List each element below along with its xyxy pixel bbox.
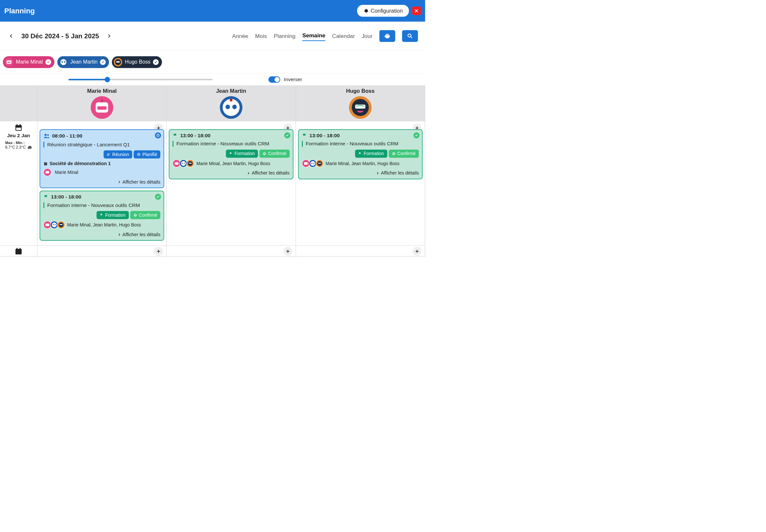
svg-point-0 [408, 34, 411, 37]
event-card-formation-marie[interactable]: 13:00 - 18:00 Formation interne - Nouvea… [40, 191, 164, 241]
view-annee[interactable]: Année [232, 31, 248, 41]
badge-type: Formation [226, 150, 258, 158]
chevron-right-icon [107, 32, 111, 40]
svg-point-65 [310, 161, 315, 166]
view-planning[interactable]: Planning [273, 31, 295, 41]
svg-rect-40 [45, 171, 49, 174]
invert-toggle[interactable] [268, 76, 280, 83]
badge-row: Réunion Planifié [43, 150, 160, 158]
zoom-slider[interactable] [68, 79, 213, 80]
svg-point-14 [101, 100, 103, 102]
event-time: 08:00 - 11:00 [52, 133, 82, 139]
event-card-meeting[interactable]: 08:00 - 11:00 Réunion stratégique - Lanc… [40, 129, 164, 188]
flag-icon [43, 194, 49, 200]
attendee-names: Marie Minal, Jean Martin, Hugo Boss [67, 222, 141, 227]
svg-rect-25 [17, 124, 18, 126]
view-jour[interactable]: Jour [361, 31, 372, 41]
svg-rect-73 [19, 248, 20, 249]
day-cell-label-next [0, 246, 37, 257]
card-header: 13:00 - 18:00 [302, 133, 419, 139]
slider-thumb[interactable] [104, 77, 110, 82]
svg-point-17 [225, 105, 230, 109]
column-header-marie: Marie Minal [37, 85, 166, 121]
flag-small-icon [100, 213, 103, 217]
svg-rect-36 [46, 163, 47, 163]
next-week-button[interactable] [105, 32, 113, 40]
view-mois[interactable]: Mois [255, 31, 267, 41]
toggle-thumb [274, 77, 280, 82]
day-cell-hugo: 13:00 - 18:00 Formation interne - Nouvea… [296, 121, 425, 246]
plus-icon [285, 249, 290, 254]
svg-rect-43 [45, 224, 49, 226]
svg-rect-24 [16, 125, 22, 127]
svg-point-45 [52, 223, 56, 227]
header-actions: Configuration [357, 5, 421, 17]
building-icon [43, 162, 48, 166]
svg-rect-63 [304, 162, 308, 165]
add-event-button[interactable] [413, 247, 422, 256]
badge-status: Confirmé [130, 211, 160, 219]
add-event-button[interactable] [283, 247, 292, 256]
check-circle-small-icon [133, 213, 137, 217]
weather: Max :6.7°C Min :2.3°C [5, 140, 32, 150]
svg-rect-34 [44, 162, 47, 165]
flag-icon [173, 133, 178, 139]
slider-fill [68, 79, 107, 80]
weather-min-val: 2.3°C [16, 145, 26, 150]
view-switcher: Année Mois Planning Semaine Calendar Jou… [232, 30, 418, 42]
chevron-right-small-icon [117, 233, 121, 236]
svg-rect-72 [17, 248, 18, 249]
search-button[interactable] [402, 30, 418, 42]
day-cell-label: Jeu 2 Jan Max :6.7°C Min :2.3°C [0, 121, 37, 246]
filter-chip-hugo[interactable]: Hugo Boss [112, 56, 162, 68]
status-confirmed-icon [414, 132, 420, 139]
filter-chip-marie[interactable]: Marie Minal [3, 56, 55, 68]
avatar-mini-icon [57, 221, 65, 229]
show-details-link[interactable]: Afficher les détails [43, 232, 160, 237]
close-icon [414, 8, 419, 14]
view-semaine[interactable]: Semaine [302, 31, 325, 41]
day-cell-jean: 13:00 - 18:00 Formation interne - Nouvea… [167, 121, 296, 246]
toolbar: 30 Déc 2024 - 5 Jan 2025 Année Mois Plan… [0, 22, 425, 51]
calendar-day-icon [14, 124, 23, 132]
column-name: Jean Martin [216, 88, 246, 94]
corner-cell [0, 85, 37, 121]
show-details-link[interactable]: Afficher les détails [43, 179, 160, 185]
event-title: Réunion stratégique - Lancement Q1 [43, 142, 160, 148]
badge-status-label: Confirmé [139, 212, 157, 218]
print-icon [384, 33, 391, 39]
app-header: Planning Configuration [0, 0, 425, 22]
chevron-left-icon [9, 32, 14, 40]
svg-point-56 [182, 163, 183, 164]
search-icon [407, 33, 413, 39]
filter-chip-jean[interactable]: Jean Martin [57, 56, 109, 68]
add-event-button[interactable] [154, 247, 163, 256]
svg-point-19 [230, 99, 233, 102]
badge-status: Confirmé [259, 150, 289, 158]
svg-rect-13 [97, 106, 106, 110]
attendee-row: Marie Minal, Jean Martin, Hugo Boss [302, 160, 419, 167]
weather-max-val: 6.7°C [5, 145, 15, 150]
show-details-link[interactable]: Afficher les détails [173, 170, 289, 176]
svg-rect-70 [318, 163, 321, 164]
svg-point-31 [107, 153, 108, 154]
avatar-marie-icon [5, 58, 13, 67]
badge-status-label: Confirmé [397, 151, 416, 156]
prev-week-button[interactable] [7, 32, 16, 40]
event-card-formation-hugo[interactable]: 13:00 - 18:00 Formation interne - Nouvea… [298, 129, 423, 179]
details-label: Afficher les détails [122, 179, 160, 185]
close-button[interactable] [412, 6, 421, 15]
column-header-jean: Jean Martin [167, 85, 296, 121]
company-row: Société de démonstration 1 [43, 161, 160, 166]
column-name: Hugo Boss [346, 88, 374, 94]
print-button[interactable] [379, 30, 395, 42]
svg-point-57 [184, 163, 185, 164]
badge-status: Confirmé [389, 150, 419, 158]
badge-row: Formation Confirmé [173, 150, 289, 158]
svg-rect-27 [16, 127, 21, 130]
configuration-button[interactable]: Configuration [357, 5, 409, 17]
view-calendar[interactable]: Calendar [332, 31, 355, 41]
event-card-formation-jean[interactable]: 13:00 - 18:00 Formation interne - Nouvea… [169, 129, 293, 179]
check-icon [153, 59, 159, 65]
show-details-link[interactable]: Afficher les détails [302, 170, 419, 176]
